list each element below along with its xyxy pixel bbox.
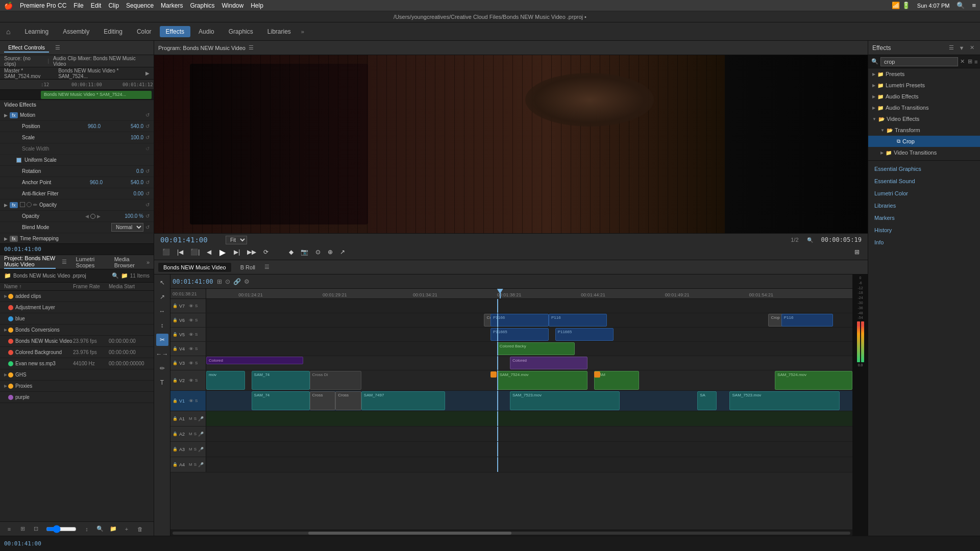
anti-flicker-value[interactable]: 0.00 — [103, 191, 143, 196]
project-item-proxies[interactable]: ▶ Proxies — [0, 381, 154, 392]
play-button[interactable]: ▶ — [216, 246, 229, 258]
effects-grid-view[interactable]: ⊞ — [968, 58, 972, 65]
project-item-evan[interactable]: ▶ Evan new ss.mp3 44100 Hz 00:00:00:0000… — [0, 358, 154, 369]
motion-expand[interactable]: ▶ — [4, 113, 8, 118]
timeline-tab-broll[interactable]: B Roll — [235, 263, 260, 272]
effect-controls-tab[interactable]: Effect Controls — [4, 43, 49, 53]
tab-graphics[interactable]: Graphics — [223, 26, 259, 37]
time-remapping-row[interactable]: ▶ fx Time Remapping — [0, 233, 154, 243]
v1-clips[interactable]: SAM_74 Cross Cross SAM_7497 SAM_7523.mov… — [206, 391, 852, 411]
project-item-bonds-conv[interactable]: ▶ Bonds Conversions — [0, 324, 154, 336]
opacity-kf-prev[interactable]: ◀ — [85, 214, 89, 219]
a3-s[interactable]: S — [194, 447, 197, 452]
opacity-val-reset[interactable]: ↺ — [145, 213, 150, 219]
position-reset[interactable]: ↺ — [145, 123, 150, 129]
apple-menu[interactable]: 🍎 — [4, 2, 13, 10]
timeline-tab-menu[interactable]: ☰ — [264, 264, 270, 270]
menu-graphics[interactable]: Graphics — [190, 2, 214, 9]
text-tool[interactable]: T — [156, 377, 168, 389]
tree-audio-transitions[interactable]: ▶ 📁 Audio Transitions — [868, 102, 980, 113]
lumetri-scopes-tab[interactable]: Lumetri Scopes — [71, 255, 105, 270]
menu-sequence[interactable]: Sequence — [126, 2, 154, 9]
markers-link[interactable]: Markers — [868, 212, 980, 224]
opacity-kf-next[interactable]: ▶ — [97, 214, 101, 219]
tab-assembly[interactable]: Assembly — [57, 26, 95, 37]
tab-learning[interactable]: Learning — [18, 26, 55, 37]
lumetri-color-link[interactable]: Lumetri Color — [868, 187, 980, 199]
export-btn[interactable]: ↗ — [338, 247, 347, 257]
tree-audio-effects[interactable]: ▶ 📁 Audio Effects — [868, 91, 980, 102]
motion-reset[interactable]: ↺ — [145, 112, 150, 118]
proxies-expand[interactable]: ▶ — [4, 384, 7, 388]
v1-eye[interactable]: 👁 — [189, 398, 193, 404]
menu-help[interactable]: Help — [251, 2, 263, 9]
uniform-scale-checkbox[interactable] — [16, 158, 21, 163]
more-panels-btn[interactable]: » — [146, 259, 150, 265]
v5-clips[interactable]: P11665 P11665 — [206, 328, 852, 341]
search-icon[interactable]: 🔍 — [957, 2, 965, 9]
a4-s[interactable]: S — [194, 462, 197, 467]
position-x[interactable]: 960.0 — [60, 123, 101, 129]
a3-m[interactable]: M — [189, 447, 192, 452]
timeline-tab-bonds[interactable]: Bonds NEW Music Video — [158, 263, 231, 272]
v1-lock[interactable]: 🔒 — [173, 398, 178, 403]
v4-solo[interactable]: S — [195, 346, 198, 351]
a2-s[interactable]: S — [194, 432, 197, 436]
ghs-expand[interactable]: ▶ — [4, 372, 7, 377]
overwrite-btn[interactable]: ⊕ — [326, 247, 335, 257]
clip-v2-sam7524-1[interactable]: SAM_7524.mov — [497, 371, 587, 390]
clip-v1-sam7497[interactable]: SAM_7497 — [361, 391, 446, 410]
item-expand-arrow[interactable]: ▶ — [4, 294, 7, 298]
opacity-reset[interactable]: ↺ — [145, 202, 150, 208]
v2-lock[interactable]: 🔒 — [173, 378, 178, 383]
tl-add-track-icon[interactable]: ⊞ — [217, 278, 222, 285]
project-item-adjustment[interactable]: ▶ Adjustment Layer — [0, 302, 154, 313]
step-fwd-1-btn[interactable]: ▶| — [232, 247, 242, 257]
tl-settings-icon[interactable]: ⊙ — [225, 278, 230, 285]
project-folder-icon[interactable]: 📁 — [4, 272, 11, 279]
motion-row[interactable]: ▶ fx Motion ↺ — [0, 110, 154, 121]
col-start-header[interactable]: Media Start — [109, 284, 150, 289]
tab-audio[interactable]: Audio — [192, 26, 220, 37]
loop-btn[interactable]: ⟳ — [261, 247, 271, 257]
clip-v4-colored-backy[interactable]: Colored Backy — [497, 342, 575, 355]
v1-solo[interactable]: S — [195, 398, 198, 403]
v3-lock[interactable]: 🔒 — [173, 361, 178, 365]
rotation-reset[interactable]: ↺ — [145, 168, 150, 174]
expand-arrow-right[interactable]: ▶ — [145, 70, 150, 76]
a4-m[interactable]: M — [189, 462, 192, 467]
clip-v6-p116-3[interactable]: P116 — [781, 314, 833, 327]
clip-v3-colored[interactable]: Colored — [510, 357, 587, 369]
a3-lock[interactable]: 🔒 — [173, 447, 178, 452]
rotation-value[interactable]: 0.0 — [103, 168, 143, 174]
project-tab[interactable]: Project: Bonds NEW Music Video — [4, 255, 56, 269]
mark-in-btn[interactable]: ⬛ — [160, 247, 172, 257]
project-search-icon[interactable]: 🔍 — [112, 272, 119, 279]
v2-eye[interactable]: 👁 — [189, 378, 193, 383]
project-item-colored-bg[interactable]: ▶ Colored Background 23.976 fps 00:00:00… — [0, 347, 154, 358]
fit-dropdown[interactable]: Fit — [226, 236, 247, 244]
clip-v1-sa[interactable]: SA — [697, 391, 717, 410]
clip-v1-sam7523-1[interactable]: SAM_7523.mov — [510, 391, 620, 410]
a1-s[interactable]: S — [194, 416, 197, 421]
effects-list-view-2[interactable]: ≡ — [974, 59, 977, 65]
opacity-expand[interactable]: ▶ — [4, 203, 8, 208]
menu-premiere[interactable]: Premiere Pro CC — [20, 2, 66, 9]
v7-eye[interactable]: 👁 — [189, 304, 193, 309]
new-bin-btn[interactable]: 📁 — [108, 524, 118, 534]
freeform-view-btn[interactable]: ⊡ — [31, 524, 41, 534]
col-name-header[interactable]: Name ↑ — [4, 284, 73, 289]
anti-flicker-reset[interactable]: ↺ — [145, 191, 150, 196]
position-y[interactable]: 540.0 — [103, 123, 143, 129]
col-fps-header[interactable]: Frame Rate — [73, 284, 109, 289]
step-back-1-btn[interactable]: ◀ — [205, 247, 213, 257]
opacity-value[interactable]: 100.0 % — [103, 213, 143, 219]
project-panel-menu[interactable]: ☰ — [62, 259, 67, 265]
v3-solo[interactable]: S — [195, 361, 198, 365]
timeline-hscroll[interactable] — [170, 530, 852, 536]
clear-search-btn[interactable]: ✕ — [960, 58, 965, 65]
clip-v1-cross-2[interactable]: Cross — [335, 391, 361, 410]
a4-mic[interactable]: 🎤 — [198, 462, 204, 467]
clip-v2-sam7524-2[interactable]: SAM_7524.mov — [775, 371, 852, 390]
roll-tool[interactable]: ↕ — [156, 319, 168, 332]
